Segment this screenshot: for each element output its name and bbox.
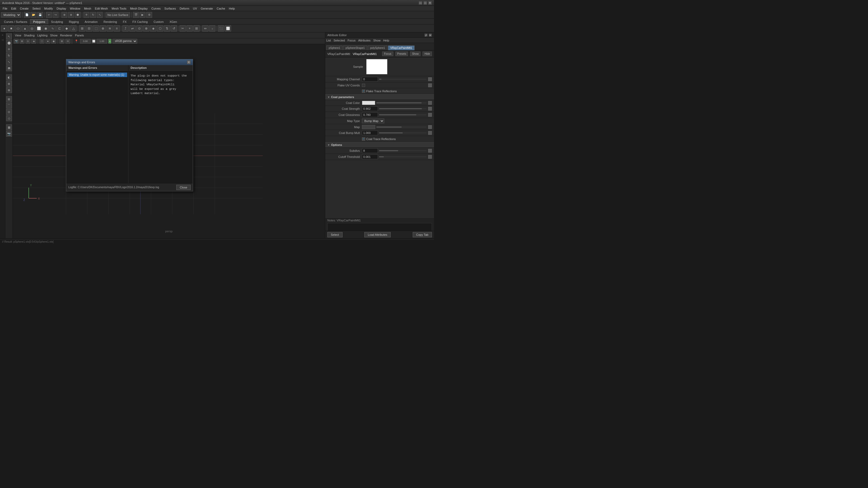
vp-sel-btn[interactable]: ⊙ [26, 39, 30, 43]
tab-fx[interactable]: FX [120, 19, 129, 24]
separate-btn[interactable]: ⊟ [86, 25, 92, 32]
shade-wire-btn[interactable]: ◉ [51, 39, 56, 43]
render-btn[interactable]: 🎬 [133, 12, 139, 18]
vp-view-menu[interactable]: View [15, 34, 21, 37]
coat-strength-slider[interactable] [379, 108, 427, 109]
camera-btn[interactable]: 📷 [6, 131, 12, 137]
vp-shading-menu[interactable]: Shading [24, 34, 35, 37]
cut-btn[interactable]: ✂ [180, 25, 186, 32]
coat-bump-slider[interactable] [379, 132, 427, 133]
coat-glossiness-map-btn[interactable] [428, 113, 432, 117]
average-btn[interactable]: ≡ [114, 25, 120, 32]
menu-deform[interactable]: Deform [178, 6, 191, 11]
fill-hole-btn[interactable]: ⊙ [136, 25, 143, 32]
flake-uv-color-btn[interactable] [428, 84, 432, 87]
far-left-btn2[interactable]: ◁ [1, 38, 5, 42]
notes-input[interactable] [328, 223, 432, 231]
warning-item-1[interactable]: Warning: Unable to export some material(… [67, 72, 127, 77]
focus-button[interactable]: Focus [382, 52, 393, 56]
insert-btn[interactable]: + [186, 25, 193, 32]
scale-btn[interactable]: ⤡ [97, 12, 103, 18]
pipe-icon-btn[interactable]: ⊏ [56, 25, 63, 32]
menu-help[interactable]: Help [227, 6, 237, 11]
warnings-list[interactable]: Warning: Unable to export some material(… [66, 71, 128, 183]
tab-rigging[interactable]: Rigging [66, 19, 82, 24]
node-tab-polysphere[interactable]: polySphere1 [368, 45, 388, 50]
hud-btn[interactable]: H [65, 39, 70, 43]
uv-btn[interactable]: ⬛ [218, 25, 224, 32]
menu-edit[interactable]: Edit [9, 6, 18, 11]
cone-icon-btn[interactable]: ▲ [22, 25, 28, 32]
plane-icon-btn[interactable]: ⬜ [36, 25, 42, 32]
bridge-btn[interactable]: ⇌ [129, 25, 135, 32]
coat-trace-checkbox[interactable]: ✓ [362, 137, 365, 140]
cutoff-slider[interactable] [379, 156, 427, 157]
collapse-btn[interactable]: ⬡ [157, 25, 163, 32]
snap-to-curve-btn[interactable]: ⌒ [6, 103, 12, 108]
cam-btn[interactable]: 📷 [14, 39, 19, 43]
coat-strength-map-btn[interactable] [428, 107, 432, 110]
menu-cache[interactable]: Cache [215, 6, 227, 11]
dialog-close-button[interactable]: ✕ [187, 60, 191, 64]
select-tool-btn[interactable]: ↖ [6, 33, 12, 39]
menu-window[interactable]: Window [68, 6, 82, 11]
extract-btn[interactable]: ⬚ [93, 25, 99, 32]
move-btn[interactable]: ✛ [84, 12, 89, 18]
redo-btn[interactable]: ↪ [53, 12, 59, 18]
map-slider[interactable] [376, 127, 427, 128]
node-tab-psphere-shape[interactable]: pSphereShape1 [343, 45, 367, 50]
prism-icon-btn[interactable]: ◆ [63, 25, 70, 32]
ae-selected-menu[interactable]: Selected [334, 39, 345, 42]
snap-to-grid-btn[interactable]: ⊞ [6, 96, 12, 102]
snap-to-surface-btn[interactable]: ◇ [6, 116, 12, 121]
gamma-selector[interactable]: sRGB gamma [113, 39, 137, 43]
rotate-btn[interactable]: ↻ [90, 12, 96, 18]
menu-mesh-display[interactable]: Mesh Display [128, 6, 149, 11]
attr-close-btn[interactable]: ✕ [429, 33, 432, 37]
flake-uv-checkbox[interactable] [362, 84, 365, 87]
uv2-btn[interactable]: ⬜ [225, 25, 231, 32]
sculpt-btn[interactable]: ⊛ [6, 81, 12, 87]
sphere-icon-btn[interactable]: ● [1, 25, 7, 32]
transform-btn[interactable]: ⬒ [6, 65, 12, 71]
subdivs-map-btn[interactable] [428, 149, 432, 153]
menu-file[interactable]: File [1, 6, 9, 11]
select-btn[interactable]: ⊕ [61, 12, 67, 18]
menu-mesh[interactable]: Mesh [83, 6, 93, 11]
menu-curves[interactable]: Curves [150, 6, 162, 11]
close-button[interactable]: Close [176, 185, 191, 190]
tab-polygons[interactable]: Polygons [30, 19, 48, 24]
undo-btn[interactable]: ↩ [46, 12, 52, 18]
coat-color-slider[interactable] [376, 102, 427, 103]
subdivs-slider[interactable] [379, 150, 427, 151]
weld-btn[interactable]: ◈ [150, 25, 156, 32]
hide-button[interactable]: Hide [423, 52, 432, 56]
helix-icon-btn[interactable]: ∿ [50, 25, 56, 32]
subdivs-input[interactable] [362, 148, 378, 153]
lasso-btn[interactable]: ⊗ [68, 12, 74, 18]
map-map-btn[interactable] [428, 125, 432, 129]
boolean-btn[interactable]: ⊕ [100, 25, 106, 32]
soft-select-btn[interactable]: ◐ [6, 74, 12, 80]
menu-surfaces[interactable]: Surfaces [163, 6, 177, 11]
save-btn[interactable]: 💾 [37, 12, 43, 18]
tab-xgen[interactable]: XGen [166, 19, 180, 24]
minimize-button[interactable]: — [418, 1, 422, 5]
wire-btn[interactable]: ⬡ [40, 39, 44, 43]
map-type-select[interactable]: Bump Map [362, 119, 384, 123]
sym-btn[interactable]: ⬦ [209, 25, 215, 32]
render-settings-btn[interactable]: ⚙ [146, 12, 152, 18]
shade-btn[interactable]: ● [45, 39, 50, 43]
show-manipulator-btn[interactable]: ⊕ [6, 87, 12, 93]
load-attributes-button[interactable]: Load Attributes [364, 232, 391, 237]
node-tab-vray[interactable]: VRayCarPaintMtl1 [388, 45, 414, 50]
vp-renderer-menu[interactable]: Renderer [60, 34, 72, 37]
ortho-btn[interactable]: ⊞ [20, 39, 25, 43]
dialog-title-bar[interactable]: Warnings and Errors ✕ [66, 59, 193, 65]
vp-show-menu[interactable]: Show [50, 34, 58, 37]
flake-trace-checkbox[interactable]: ✓ [362, 90, 365, 93]
tab-curves-surfaces[interactable]: Curves / Surfaces [1, 19, 30, 24]
coat-strength-input[interactable] [362, 106, 378, 111]
coat-color-swatch[interactable] [362, 101, 375, 105]
menu-generate[interactable]: Generate [199, 6, 215, 11]
